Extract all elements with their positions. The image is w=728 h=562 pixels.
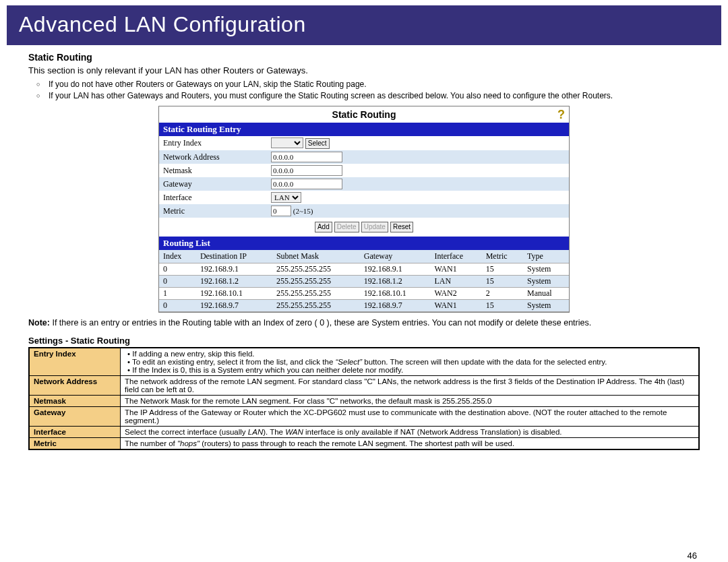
settings-key: Netmask [29, 396, 121, 407]
cell-gateway: 192.168.10.1 [360, 288, 431, 300]
entry-index-select[interactable] [271, 137, 303, 148]
label-metric: Metric [163, 206, 271, 216]
settings-row: MetricThe number of "hops" (routers) to … [29, 438, 699, 450]
cell-type: System [523, 300, 569, 312]
settings-key: Metric [29, 438, 121, 450]
cell-metric: 2 [482, 288, 523, 300]
row-network-address: Network Address [159, 150, 569, 164]
page-title: Advanced LAN Configuration [7, 5, 721, 45]
settings-key: Interface [29, 427, 121, 438]
settings-row: InterfaceSelect the correct interface (u… [29, 427, 699, 438]
cell-gateway: 192.168.9.7 [360, 300, 431, 312]
cell-iface: WAN2 [430, 288, 481, 300]
cell-dest: 192.168.9.1 [196, 263, 272, 276]
cell-metric: 15 [482, 276, 523, 288]
metric-hint: (2~15) [293, 207, 313, 215]
col-gateway: Gateway [360, 250, 431, 263]
add-button[interactable]: Add [315, 222, 332, 232]
cell-metric: 15 [482, 300, 523, 312]
cell-index: 0 [159, 263, 196, 276]
cell-dest: 192.168.9.7 [196, 300, 272, 312]
table-row: 0192.168.9.1255.255.255.255192.168.9.1WA… [159, 263, 569, 276]
panel-title-text: Static Routing [332, 109, 396, 120]
cell-mask: 255.255.255.255 [272, 300, 360, 312]
settings-value: The number of "hops" (routers) to pass t… [121, 438, 700, 450]
settings-key: Network Address [29, 376, 121, 396]
update-button[interactable]: Update [361, 222, 388, 232]
panel-title: Static Routing ? [159, 106, 569, 123]
settings-value: The network address of the remote LAN se… [121, 376, 700, 396]
table-row: 0192.168.1.2255.255.255.255192.168.1.2LA… [159, 276, 569, 288]
settings-row: Network AddressThe network address of th… [29, 376, 699, 396]
settings-heading: Settings - Static Routing [28, 336, 700, 346]
settings-value: The IP Address of the Gateway or Router … [121, 407, 700, 427]
settings-value: The Network Mask for the remote LAN segm… [121, 396, 700, 407]
row-interface: Interface LAN [159, 191, 569, 204]
section-intro: This section is only relevant if your LA… [28, 65, 700, 75]
col-dest: Destination IP [196, 250, 272, 263]
label-gateway: Gateway [163, 179, 271, 189]
cell-type: Manual [523, 288, 569, 300]
routing-list-table: Index Destination IP Subnet Mask Gateway… [159, 250, 569, 312]
label-netmask: Netmask [163, 166, 271, 176]
label-entry-index: Entry Index [163, 138, 271, 148]
settings-row: Entry IndexIf adding a new entry, skip t… [29, 348, 699, 376]
cell-mask: 255.255.255.255 [272, 288, 360, 300]
row-gateway: Gateway [159, 177, 569, 191]
delete-button[interactable]: Delete [334, 222, 359, 232]
cell-mask: 255.255.255.255 [272, 276, 360, 288]
bullet-item: If your LAN has other Gateways and Route… [44, 91, 700, 100]
cell-gateway: 192.168.1.2 [360, 276, 431, 288]
cell-gateway: 192.168.9.1 [360, 263, 431, 276]
cell-index: 0 [159, 276, 196, 288]
help-icon[interactable]: ? [557, 108, 565, 122]
network-address-input[interactable] [271, 152, 342, 162]
static-routing-panel: Static Routing ? Static Routing Entry En… [158, 106, 570, 313]
row-netmask: Netmask [159, 164, 569, 177]
settings-row: NetmaskThe Network Mask for the remote L… [29, 396, 699, 407]
cell-mask: 255.255.255.255 [272, 263, 360, 276]
cell-dest: 192.168.10.1 [196, 288, 272, 300]
cell-dest: 192.168.1.2 [196, 276, 272, 288]
entry-subhead: Static Routing Entry [159, 123, 569, 136]
col-index: Index [159, 250, 196, 263]
page-number: 46 [688, 551, 697, 561]
bullet-list: If you do not have other Routers or Gate… [28, 80, 700, 100]
cell-type: System [523, 276, 569, 288]
table-row: 1192.168.10.1255.255.255.255192.168.10.1… [159, 288, 569, 300]
table-header-row: Index Destination IP Subnet Mask Gateway… [159, 250, 569, 263]
label-interface: Interface [163, 193, 271, 203]
settings-key: Gateway [29, 407, 121, 427]
settings-table: Entry IndexIf adding a new entry, skip t… [28, 347, 700, 450]
note-label: Note: [28, 318, 50, 327]
settings-value: Select the correct interface (usually LA… [121, 427, 700, 438]
reset-button[interactable]: Reset [390, 222, 413, 232]
action-buttons-row: Add Delete Update Reset [159, 218, 569, 237]
cell-type: System [523, 263, 569, 276]
col-mask: Subnet Mask [272, 250, 360, 263]
bullet-item: If you do not have other Routers or Gate… [44, 80, 700, 89]
list-subhead: Routing List [159, 237, 569, 250]
settings-row: GatewayThe IP Address of the Gateway or … [29, 407, 699, 427]
interface-select[interactable]: LAN [271, 192, 301, 203]
section-heading: Static Routing [28, 52, 700, 63]
row-metric: Metric (2~15) [159, 204, 569, 218]
cell-iface: WAN1 [430, 300, 481, 312]
label-network-address: Network Address [163, 152, 271, 162]
netmask-input[interactable] [271, 165, 342, 176]
row-entry-index: Entry Index Select [159, 136, 569, 150]
settings-key: Entry Index [29, 348, 121, 376]
cell-iface: LAN [430, 276, 481, 288]
page: Advanced LAN Configuration Static Routin… [0, 5, 728, 562]
note-line: Note: If there is an entry or entries in… [28, 318, 700, 327]
cell-index: 1 [159, 288, 196, 300]
cell-iface: WAN1 [430, 263, 481, 276]
metric-input[interactable] [271, 206, 291, 216]
content-area: Static Routing This section is only rele… [0, 52, 728, 450]
settings-value: If adding a new entry, skip this field.T… [121, 348, 700, 376]
select-button[interactable]: Select [305, 138, 330, 149]
col-type: Type [523, 250, 569, 263]
gateway-input[interactable] [271, 179, 342, 189]
note-text: If there is an entry or entries in the R… [50, 318, 591, 327]
table-row: 0192.168.9.7255.255.255.255192.168.9.7WA… [159, 300, 569, 312]
